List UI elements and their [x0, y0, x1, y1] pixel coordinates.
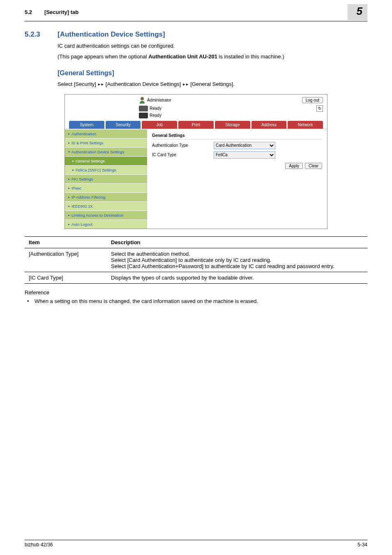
table-row: [Authentication Type] Select the authent… — [25, 248, 367, 272]
tab-job[interactable]: Job — [142, 121, 177, 129]
footer-right: 5-34 — [357, 542, 367, 548]
printer-icon — [139, 106, 148, 111]
ic-card-type-label: IC Card Type — [152, 153, 214, 157]
sidebar-item-id-print[interactable]: ▸ID & Print Settings — [65, 138, 147, 147]
logout-button[interactable]: Log out — [302, 97, 323, 103]
sidebar-item-auto-logout[interactable]: ▸Auto Logout — [65, 220, 147, 229]
clear-button[interactable]: Clear — [305, 163, 322, 169]
sidebar-label: ID & Print Settings — [71, 141, 104, 145]
sidebar-item-auth-device[interactable]: ▾Authentication Device Settings — [65, 147, 147, 156]
auth-type-label: Authentication Type — [152, 143, 214, 148]
sidebar-label: IPsec — [71, 186, 81, 190]
subsection-title: [Authentication Device Settings] — [58, 30, 165, 39]
chevron-right-icon: ▸ — [68, 195, 70, 199]
reference-bullet: When a setting on this menu is changed, … — [25, 297, 367, 305]
table-cell-desc: Displays the types of cards supported by… — [107, 272, 367, 283]
tab-security[interactable]: Security — [106, 121, 141, 129]
page-footer: bizhub 42/36 5-34 — [25, 540, 367, 548]
intro-paragraph-2: (This page appears when the optional Aut… — [58, 53, 367, 61]
tab-address[interactable]: Address — [251, 121, 287, 129]
general-settings-heading: [General Settings] — [58, 69, 367, 77]
ic-card-type-select[interactable]: FeliCa — [214, 151, 275, 159]
nav-path-pre: Select [Security] — [58, 81, 98, 87]
sidebar-label: Authentication Device Settings — [71, 150, 125, 154]
description-table: Item Description [Authentication Type] S… — [25, 236, 367, 284]
sidebar-item-authentication[interactable]: ▸Authentication — [65, 129, 147, 138]
main-panel: General Settings Authentication Type Car… — [147, 129, 327, 229]
sidebar-label: Authentication — [71, 132, 96, 136]
sidebar-label: IP Address Filtering — [71, 195, 105, 199]
sidebar-label: Limiting Access to Destination — [71, 213, 123, 217]
ready-label-2: Ready — [150, 113, 161, 118]
sidebar-label: IEEE802.1X — [71, 204, 93, 208]
table-header-item: Item — [25, 236, 107, 248]
intro-paragraph-1: IC card authentication settings can be c… — [58, 42, 367, 50]
intro-p2-pre: (This page appears when the optional — [58, 53, 148, 60]
footer-left: bizhub 42/36 — [25, 542, 53, 548]
table-header-description: Description — [107, 236, 367, 248]
sidebar-label: PKI Settings — [71, 177, 93, 181]
chevron-right-icon: ▸ — [68, 141, 70, 145]
ready-label-1: Ready — [150, 106, 161, 111]
sidebar-label: Auto Logout — [71, 222, 92, 227]
tab-network[interactable]: Network — [288, 121, 323, 129]
chevron-right-icon: ▸ — [68, 186, 70, 190]
page-header: 5.2 [Security] tab 5 — [25, 4, 367, 21]
table-cell-item: [IC Card Type] — [25, 272, 107, 283]
navigation-path: Select [Security] ▸▸ [Authentication Dev… — [58, 80, 367, 88]
table-row: [IC Card Type] Displays the types of car… — [25, 272, 367, 283]
auth-type-select[interactable]: Card Authentication — [214, 142, 275, 149]
sidebar-item-ipsec[interactable]: ▸IPsec — [65, 183, 147, 192]
breadcrumb-arrow-icon: ▸▸ — [98, 81, 104, 87]
intro-p2-post: is installed in this machine.) — [217, 53, 284, 60]
intro-p2-bold: Authentication Unit AU-201 — [148, 53, 217, 60]
person-icon — [139, 97, 145, 104]
tab-storage[interactable]: Storage — [215, 121, 250, 129]
sidebar-label: General Settings — [76, 159, 105, 163]
sidebar-label: FeliCa (SSFC) Settings — [76, 168, 116, 172]
chevron-right-icon: ▸ — [72, 159, 74, 163]
table-cell-desc: Select the authentication method. Select… — [107, 248, 367, 272]
printer-icon — [139, 113, 148, 118]
sidebar-item-limiting-access[interactable]: ▸Limiting Access to Destination — [65, 210, 147, 220]
reference-block: Reference When a setting on this menu is… — [25, 289, 367, 305]
sidebar-item-felica[interactable]: ▸FeliCa (SSFC) Settings — [65, 165, 147, 174]
tab-print[interactable]: Print — [178, 121, 214, 129]
sidebar-item-ieee8021x[interactable]: ▸IEEE802.1X — [65, 201, 147, 210]
admin-label: Administrator — [147, 98, 171, 102]
sidebar-item-general-settings[interactable]: ▸General Settings — [65, 156, 147, 165]
section-title: [Security] tab — [44, 9, 78, 15]
tab-bar: System Security Job Print Storage Addres… — [65, 118, 327, 129]
section-number: 5.2 — [25, 9, 32, 15]
chevron-right-icon: ▸ — [72, 168, 74, 172]
sidebar-item-pki[interactable]: ▸PKI Settings — [65, 174, 147, 183]
chevron-down-icon: ▾ — [68, 150, 70, 154]
tab-system[interactable]: System — [69, 121, 104, 129]
admin-indicator: Administrator — [139, 97, 171, 104]
refresh-button[interactable]: ↻ — [316, 105, 323, 112]
table-cell-item: [Authentication Type] — [25, 248, 107, 272]
subsection-number: 5.2.3 — [25, 30, 58, 39]
breadcrumb-arrow-icon: ▸▸ — [182, 81, 189, 87]
nav-path-end: [General Settings]. — [189, 81, 235, 87]
apply-button[interactable]: Apply — [285, 163, 303, 169]
chevron-right-icon: ▸ — [68, 204, 70, 208]
reference-label: Reference — [25, 289, 367, 296]
chapter-number: 5 — [348, 4, 367, 20]
chevron-right-icon: ▸ — [68, 132, 70, 136]
embedded-screenshot: Administrator Log out Ready ↻ Ready Syst… — [65, 94, 327, 229]
sidebar-nav: ▸Authentication ▸ID & Print Settings ▾Au… — [65, 129, 147, 229]
panel-title: General Settings — [152, 133, 322, 139]
chevron-right-icon: ▸ — [68, 177, 70, 181]
subsection-heading: 5.2.3 [Authentication Device Settings] — [25, 30, 367, 39]
nav-path-mid: [Authentication Device Settings] — [104, 81, 182, 87]
sidebar-item-ip-filter[interactable]: ▸IP Address Filtering — [65, 192, 147, 201]
chevron-right-icon: ▸ — [68, 222, 70, 226]
chevron-right-icon: ▸ — [68, 213, 70, 217]
